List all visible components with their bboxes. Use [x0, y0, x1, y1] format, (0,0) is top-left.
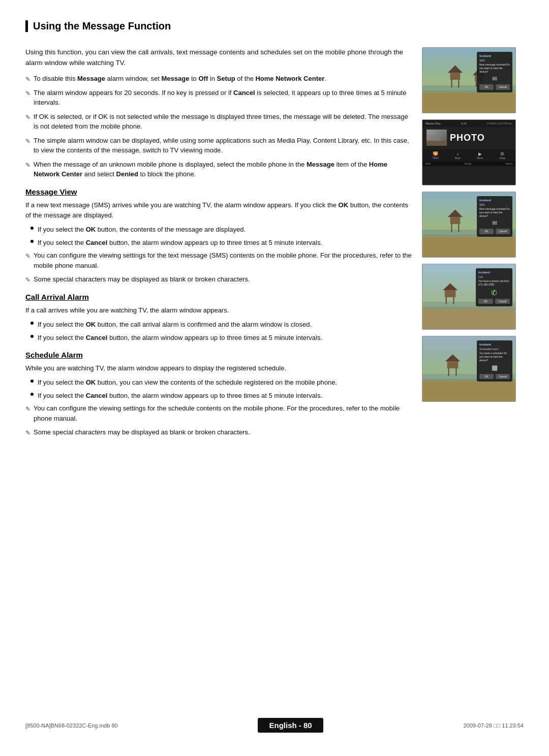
tv-popup-schedule: husband Scheduled event You have a sched… — [477, 340, 512, 382]
tv-popup-sms-1: husband SMS New message received Do you … — [477, 52, 512, 92]
media-footer-return: Return — [505, 163, 512, 165]
scenic-bg-2: husband SMS New message received Do you … — [422, 192, 515, 257]
bullet-dot-mv-2 — [30, 240, 34, 243]
footer-right-text: 2009-07-28 □□ 11:23:54 — [464, 722, 524, 729]
tv-popup-msg-sched: You have a schedule Do you want to view … — [479, 352, 510, 362]
tv-popup-btns-sms-1: OK Cancel — [479, 84, 510, 90]
note-item-2: ✎ The alarm window appears for 20 second… — [25, 88, 412, 108]
note-icon-3: ✎ — [25, 113, 30, 122]
tv-popup-cancel-sms-2: Cancel — [496, 229, 510, 234]
subsection-message-view-title: Message View — [25, 187, 412, 196]
media-nav-movie-icon: ▶ — [478, 151, 482, 156]
tv-popup-icon-call: ✆ — [478, 288, 510, 297]
tv-popup-label-sms-1: SMS — [479, 59, 510, 62]
tv-popup-icon-sms-1: ✉ — [479, 75, 510, 83]
right-column: husband SMS New message received Do you … — [422, 47, 524, 443]
media-nav-photo-label: Photo — [433, 157, 439, 160]
media-header-title: Media Play — [425, 122, 441, 125]
media-header: Media Play SUM 07/08/09 12:07/09 free — [422, 120, 515, 127]
media-nav-photo: 🌄 Photo — [433, 151, 439, 160]
page-footer: [8500-NA]BN68-02322C-Eng.indb 80 English… — [25, 718, 524, 733]
note-item-1: ✎ To disable this Message alarm window, … — [25, 74, 412, 84]
tv-popup-label-sms-2: SMS — [479, 203, 510, 207]
tv-popup-cancel-sched: Cancel — [496, 374, 510, 380]
note-text-5: When the message of an unknown mobile ph… — [34, 160, 412, 179]
scenic-bg-1: husband SMS New message received Do you … — [422, 48, 515, 113]
bullet-dot-ca-2 — [30, 335, 34, 338]
note-icon-5: ✎ — [25, 161, 30, 170]
note-text-sa-1: You can configure the viewing settings f… — [34, 403, 412, 423]
subsection-message-view: Message View If a new text message (SMS)… — [25, 187, 412, 285]
tv-popup-ok-call: OK — [478, 299, 493, 304]
media-header-time2: 07/08/09 12:07/09 free — [487, 122, 512, 125]
media-photo-label: PHOTO — [450, 133, 485, 143]
bullet-mv-2: If you select the Cancel button, the ala… — [30, 238, 412, 248]
tv-popup-call: husband Call You have a phone call from … — [476, 268, 512, 306]
tv-popup-title-sms-1: husband — [479, 54, 510, 58]
note-text-1: To disable this Message alarm window, se… — [34, 74, 412, 84]
media-nav-photo-icon: 🌄 — [433, 151, 438, 156]
tv-popup-label-call: Call — [478, 275, 510, 279]
tv-popup-cancel-call: Cancel — [495, 299, 510, 304]
scenic-bg-4: husband Scheduled event You have a sched… — [422, 336, 515, 401]
bullet-dot-mv-1 — [30, 227, 34, 230]
note-item-5: ✎ When the message of an unknown mobile … — [25, 160, 412, 179]
media-nav-music-icon: ♪ — [456, 151, 459, 156]
bullet-sa-1: If you select the OK button, you can vie… — [30, 377, 412, 388]
note-icon-2: ✎ — [25, 89, 30, 98]
tv-popup-ok-sms-1: OK — [479, 84, 494, 90]
screenshot-sms-2: husband SMS New message received Do you … — [422, 192, 516, 258]
bullet-ca-1: If you select the OK button, the call ar… — [30, 320, 412, 330]
intro-text: Using this function, you can view the ca… — [25, 47, 412, 69]
media-play-screen: Media Play SUM 07/08/09 12:07/09 free — [422, 120, 515, 185]
note-icon-mv-2: ✎ — [25, 275, 30, 285]
media-nav-movie: ▶ Movie — [477, 151, 483, 160]
bullet-sa-2: If you select the Cancel button, the ala… — [30, 391, 412, 401]
footer-center-text: English - 80 — [258, 718, 323, 733]
page-container: Using the Message Function Using this fu… — [0, 0, 549, 756]
section-title: Using the Message Function — [25, 20, 524, 32]
tv-popup-msg-sms-1: New message received Do you want to view… — [479, 63, 510, 74]
media-header-sub: SUM — [461, 122, 467, 125]
bullet-dot-sa-1 — [30, 380, 34, 383]
svg-rect-32 — [447, 361, 459, 368]
note-sa-1: ✎ You can configure the viewing settings… — [25, 403, 412, 423]
bullet-text-sa-2: If you select the Cancel button, the ala… — [38, 391, 412, 401]
bullet-ca-2: If you select the Cancel button, the ala… — [30, 333, 412, 343]
media-nav-music-label: Music — [455, 157, 461, 160]
tv-popup-msg-sms-2: New message received Do you want to view… — [479, 207, 510, 218]
note-text-2: The alarm window appears for 20 seconds.… — [34, 88, 412, 108]
section-title-text: Using the Message Function — [33, 20, 171, 32]
tv-popup-icon-sms-2: ✉ — [479, 219, 510, 228]
note-mv-2: ✎ Some special characters may be display… — [25, 274, 412, 285]
media-nav-setup-label: Setup — [499, 157, 505, 160]
note-sa-2: ✎ Some special characters may be display… — [25, 427, 412, 437]
media-footer-device: Device — [465, 163, 472, 165]
svg-rect-13 — [426, 141, 447, 146]
note-mv-1: ✎ You can configure the viewing settings… — [25, 250, 412, 270]
svg-rect-4 — [450, 73, 461, 80]
svg-rect-25 — [445, 290, 456, 297]
note-text-sa-2: Some special characters may be displayed… — [34, 427, 412, 437]
tv-popup-title-call: husband — [478, 271, 510, 274]
subsection-call-intro: If a call arrives while you are watching… — [25, 305, 412, 316]
scenic-bg-3: husband Call You have a phone call from … — [422, 264, 515, 329]
subsection-call-title: Call Arrival Alarm — [25, 293, 412, 301]
media-nav-setup: ⚙ Setup — [499, 151, 505, 160]
subsection-schedule-intro: While you are watching TV, the alarm win… — [25, 363, 412, 373]
tv-popup-title-sms-2: husband — [479, 199, 510, 202]
screenshot-sms-1: husband SMS New message received Do you … — [422, 47, 516, 113]
tv-popup-label-sched: Scheduled event — [479, 348, 510, 351]
note-item-4: ✎ The simple alarm window can be display… — [25, 136, 412, 155]
bullet-dot-ca-1 — [30, 322, 34, 325]
bullet-mv-1: If you select the OK button, the content… — [30, 225, 412, 235]
tv-popup-btns-sched: OK Cancel — [479, 374, 510, 380]
tv-popup-ok-sms-2: OK — [479, 229, 494, 234]
media-nav-setup-icon: ⚙ — [500, 151, 504, 156]
note-item-3: ✎ If OK is selected, or if OK is not sel… — [25, 112, 412, 132]
bullet-text-ca-1: If you select the OK button, the call ar… — [38, 320, 412, 330]
media-nav-music: ♪ Music — [455, 151, 461, 160]
note-icon-sa-1: ✎ — [25, 404, 30, 414]
tv-popup-sms-2: husband SMS New message received Do you … — [477, 196, 512, 237]
footer-left-text: [8500-NA]BN68-02322C-Eng.indb 80 — [25, 722, 118, 729]
